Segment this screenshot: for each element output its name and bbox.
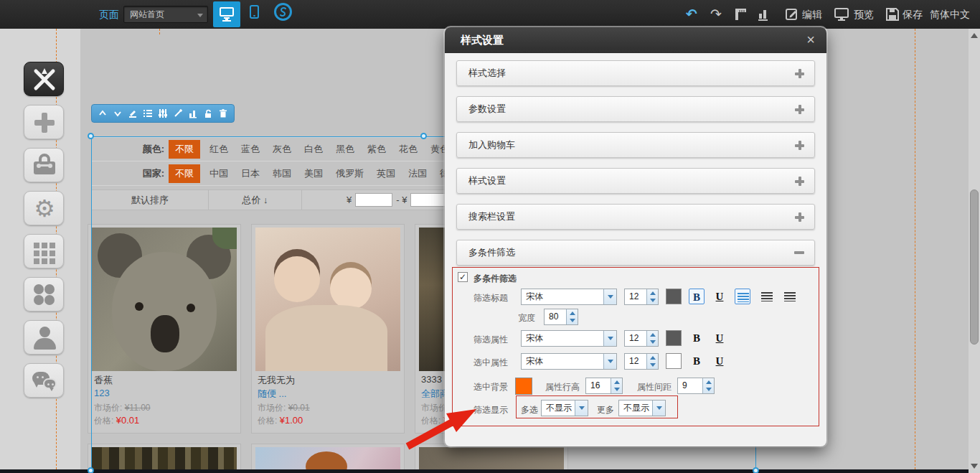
filter-chip[interactable]: 美国: [304, 167, 323, 180]
sidebar-item-member[interactable]: [24, 320, 64, 355]
undo-icon[interactable]: ↶: [686, 0, 697, 29]
resize-handle[interactable]: [88, 133, 94, 139]
move-down-icon[interactable]: [113, 108, 123, 118]
annotation-arrow: [396, 396, 489, 454]
list-settings-icon[interactable]: [143, 108, 153, 118]
price-min-input[interactable]: [355, 193, 392, 207]
price-max-input[interactable]: [410, 193, 448, 207]
mobile-view-button[interactable]: [245, 1, 266, 27]
resize-handle[interactable]: [88, 467, 94, 473]
sliders-icon[interactable]: [158, 108, 168, 118]
image-shape: [265, 305, 387, 371]
expand-plus-icon[interactable]: [795, 212, 804, 222]
gear-icon: ⚙: [24, 192, 65, 226]
ruler-pencil-icon: [24, 62, 65, 97]
scroll-up-icon[interactable]: [971, 33, 978, 38]
sidebar-item-apps[interactable]: [24, 277, 64, 312]
sidebar-item-design-tools[interactable]: [24, 62, 64, 96]
filter-chip[interactable]: 中国: [209, 167, 228, 180]
move-up-icon[interactable]: [98, 108, 108, 118]
sidebar-item-wechat[interactable]: [24, 363, 64, 398]
image-shape: [135, 302, 143, 311]
scroll-down-icon[interactable]: [971, 464, 978, 469]
image-shape: [330, 268, 372, 309]
expand-plus-icon[interactable]: [795, 177, 804, 186]
filter-chip[interactable]: 红色: [209, 143, 228, 156]
sort-total-price[interactable]: 总价 ↓: [209, 190, 302, 210]
accordion-multi-filter[interactable]: 多条件筛选: [456, 240, 815, 266]
filter-chip-selected[interactable]: 不限: [169, 164, 200, 183]
product-card[interactable]: [251, 444, 405, 473]
filter-chip[interactable]: 英国: [377, 167, 395, 180]
dialog-header[interactable]: 样式设置 ×: [445, 27, 826, 53]
stats-chart-icon[interactable]: [756, 7, 771, 24]
product-card[interactable]: [88, 444, 241, 473]
filter-chip[interactable]: 黑色: [336, 143, 354, 156]
save-floppy-icon[interactable]: [885, 7, 900, 24]
filter-chip[interactable]: 灰色: [273, 143, 291, 156]
preview-monitor-icon[interactable]: [834, 7, 849, 24]
filter-chip[interactable]: 俄罗斯: [336, 167, 364, 180]
accordion-add-cart[interactable]: 加入购物车: [456, 132, 815, 158]
edit-content-icon[interactable]: [128, 108, 138, 118]
sidebar-item-settings[interactable]: ⚙: [24, 191, 64, 225]
resize-handle[interactable]: [753, 467, 759, 473]
ruler-icon[interactable]: [733, 7, 748, 24]
sort-default[interactable]: 默认排序: [92, 190, 209, 210]
resize-handle[interactable]: [420, 133, 427, 139]
product-image-kids: [255, 228, 400, 371]
module-toolbar: [91, 104, 235, 123]
image-shape: [151, 315, 179, 352]
sidebar-item-modules-grid[interactable]: [24, 234, 64, 268]
wechat-icon: [43, 378, 57, 389]
redo-icon[interactable]: ↷: [710, 0, 722, 29]
page-select[interactable]: 网站首页: [123, 6, 208, 23]
expand-plus-icon[interactable]: [795, 69, 804, 78]
market-price: 市场价: ¥11.00: [94, 402, 151, 414]
product-card[interactable]: 香蕉 123 市场价: ¥11.00 价格: ¥0.01: [88, 224, 241, 434]
sidebar-item-toolbox[interactable]: [24, 148, 64, 182]
site-link-button[interactable]: [272, 1, 295, 27]
filter-chip[interactable]: 紫色: [367, 143, 386, 156]
guide-line-right: [915, 29, 915, 473]
product-card[interactable]: 无我无为 随便 ... 市场价: ¥0.01 价格: ¥1.00: [251, 224, 405, 434]
accordion-search-bar[interactable]: 搜索栏设置: [456, 204, 815, 230]
expand-plus-icon[interactable]: [795, 141, 804, 150]
product-title: 3333: [421, 374, 442, 385]
filter-chip[interactable]: 韩国: [273, 167, 291, 180]
accordion-style-settings[interactable]: 样式设置: [456, 168, 815, 194]
sidebar-item-add-module[interactable]: [24, 105, 64, 139]
collapse-minus-icon[interactable]: [794, 251, 804, 254]
page-footer-edge: [0, 469, 980, 473]
sale-price: 价格: ¥1.00: [258, 415, 303, 427]
preview-button[interactable]: 预览: [854, 0, 874, 29]
person-icon: [34, 338, 56, 350]
filter-chip-selected[interactable]: 不限: [169, 140, 200, 159]
trash-icon[interactable]: [218, 108, 228, 118]
filter-chip[interactable]: 花色: [399, 143, 418, 156]
range-dash-label: - ¥: [396, 195, 407, 205]
filter-label: 颜色:: [91, 143, 169, 156]
product-link[interactable]: 123: [94, 388, 110, 398]
scrollbar-thumb[interactable]: [970, 189, 979, 345]
page-select-value: 网站首页: [130, 9, 164, 19]
magic-wand-icon[interactable]: [173, 108, 183, 118]
product-image-koala: [92, 228, 237, 371]
vertical-scrollbar[interactable]: [969, 29, 980, 473]
filter-chip[interactable]: 日本: [241, 167, 260, 180]
expand-plus-icon[interactable]: [795, 105, 804, 114]
chart-icon[interactable]: [188, 108, 198, 118]
edit-icon[interactable]: [785, 7, 799, 24]
edit-button[interactable]: 编辑: [802, 0, 822, 29]
lock-icon[interactable]: [203, 108, 213, 118]
filter-chip[interactable]: 法国: [408, 167, 427, 180]
save-button[interactable]: 保存: [903, 0, 923, 29]
accordion-style-choose[interactable]: 样式选择: [456, 60, 815, 86]
language-switch[interactable]: 简体中文: [930, 0, 970, 29]
filter-chip[interactable]: 白色: [304, 143, 323, 156]
desktop-view-button[interactable]: [213, 1, 240, 27]
filter-chip[interactable]: 蓝色: [241, 143, 260, 156]
product-link[interactable]: 随便 ...: [258, 388, 286, 401]
accordion-params[interactable]: 参数设置: [456, 96, 815, 122]
close-icon[interactable]: ×: [806, 27, 815, 52]
